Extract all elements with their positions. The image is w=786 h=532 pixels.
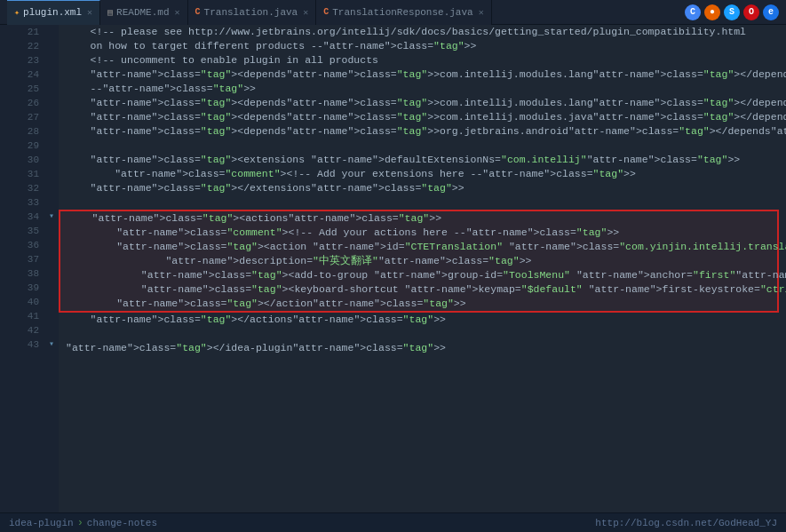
code-line-40: "attr-name">class="tag"></action"attr-na… bbox=[60, 297, 777, 311]
line-number-29: 29 bbox=[12, 139, 39, 153]
code-line-35: "attr-name">class="comment"><!-- Add you… bbox=[60, 226, 777, 240]
fold-marker-35 bbox=[44, 224, 59, 238]
tab-label-plugin-xml: plugin.xml bbox=[23, 7, 82, 18]
line-number-42: 42 bbox=[12, 323, 39, 337]
line-number-35: 35 bbox=[12, 224, 39, 238]
line-number-43: 43 bbox=[12, 337, 39, 352]
line-number-30: 30 bbox=[12, 153, 39, 167]
fold-marker-31 bbox=[44, 167, 59, 181]
line-number-21: 21 bbox=[12, 25, 39, 39]
tab-bar: ✦ plugin.xml ✕ ▤ README.md ✕ C Translati… bbox=[0, 0, 786, 25]
tab-close-plugin-xml[interactable]: ✕ bbox=[87, 7, 92, 18]
tab-translation-java[interactable]: C Translation.java ✕ bbox=[188, 0, 317, 25]
fold-marker-42 bbox=[44, 323, 59, 337]
fold-marker-28 bbox=[44, 124, 59, 139]
java-icon-translation-response: C bbox=[323, 7, 329, 17]
line-number-22: 22 bbox=[12, 39, 39, 53]
left-gutter bbox=[0, 25, 12, 512]
tab-label-translation-java: Translation.java bbox=[204, 7, 298, 18]
fold-marker-24 bbox=[44, 67, 59, 82]
line-number-25: 25 bbox=[12, 82, 39, 96]
code-line-32: "attr-name">class="tag"></extensions"att… bbox=[59, 181, 786, 195]
line-number-24: 24 bbox=[12, 67, 39, 82]
code-line-21: <!-- please see http://www.jetbrains.org… bbox=[59, 25, 786, 39]
fold-marker-27 bbox=[44, 110, 59, 124]
line-number-23: 23 bbox=[12, 53, 39, 67]
safari-icon[interactable]: S bbox=[724, 4, 740, 20]
line-number-34: 34 bbox=[12, 210, 39, 224]
tab-close-readme[interactable]: ✕ bbox=[175, 7, 180, 18]
code-line-24: "attr-name">class="tag"><depends"attr-na… bbox=[59, 67, 786, 82]
fold-marker-40 bbox=[44, 295, 59, 309]
code-line-27: "attr-name">class="tag"><depends"attr-na… bbox=[59, 110, 786, 124]
tab-label-translation-response-java: TranslationResponse.java bbox=[332, 7, 472, 18]
tab-plugin-xml[interactable]: ✦ plugin.xml ✕ bbox=[7, 0, 100, 25]
fold-marker-43[interactable]: ▾ bbox=[44, 337, 59, 352]
code-line-38: "attr-name">class="tag"><add-to-group "a… bbox=[60, 268, 777, 282]
line-number-28: 28 bbox=[12, 124, 39, 139]
status-path: change-notes bbox=[87, 518, 157, 528]
code-line-33 bbox=[59, 195, 786, 210]
status-url: http://blog.csdn.net/GodHead_YJ bbox=[595, 518, 777, 528]
line-number-39: 39 bbox=[12, 281, 39, 295]
code-line-31: "attr-name">class="comment"><!-- Add you… bbox=[59, 167, 786, 181]
fold-marker-33 bbox=[44, 195, 59, 210]
line-numbers: 2122232425262728293031323334353637383940… bbox=[12, 25, 44, 512]
fold-marker-26 bbox=[44, 96, 59, 110]
xml-icon: ✦ bbox=[14, 7, 20, 18]
code-line-41: "attr-name">class="tag"></actions"attr-n… bbox=[59, 313, 786, 327]
code-line-43: "attr-name">class="tag"></idea-plugin"at… bbox=[59, 341, 786, 355]
code-line-23: <!-- uncomment to enable plugin in all p… bbox=[59, 53, 786, 67]
line-number-40: 40 bbox=[12, 295, 39, 309]
line-number-27: 27 bbox=[12, 110, 39, 124]
highlighted-block: "attr-name">class="tag"><actions"attr-na… bbox=[59, 210, 779, 313]
line-number-37: 37 bbox=[12, 252, 39, 266]
tab-readme[interactable]: ▤ README.md ✕ bbox=[100, 0, 187, 25]
code-line-28: "attr-name">class="tag"><depends"attr-na… bbox=[59, 124, 786, 139]
status-arrow: › bbox=[77, 517, 83, 529]
tab-close-translation-java[interactable]: ✕ bbox=[303, 7, 308, 18]
java-icon-translation: C bbox=[195, 7, 201, 17]
line-number-32: 32 bbox=[12, 181, 39, 195]
browser-icons-bar: C ● S O e bbox=[685, 4, 786, 20]
fold-marker-29 bbox=[44, 139, 59, 153]
status-bar: idea-plugin › change-notes http://blog.c… bbox=[0, 512, 786, 532]
fold-marker-41 bbox=[44, 309, 59, 323]
md-icon: ▤ bbox=[107, 7, 113, 18]
line-number-31: 31 bbox=[12, 167, 39, 181]
fold-marker-23 bbox=[44, 53, 59, 67]
code-line-42 bbox=[59, 327, 786, 341]
tab-close-translation-response-java[interactable]: ✕ bbox=[479, 7, 484, 18]
code-line-34: "attr-name">class="tag"><actions"attr-na… bbox=[60, 211, 777, 226]
fold-marker-25 bbox=[44, 82, 59, 96]
code-area: <!-- please see http://www.jetbrains.org… bbox=[59, 25, 786, 512]
line-number-36: 36 bbox=[12, 238, 39, 252]
fold-marker-22 bbox=[44, 39, 59, 53]
line-number-41: 41 bbox=[12, 309, 39, 323]
code-line-29 bbox=[59, 139, 786, 153]
tab-translation-response-java[interactable]: C TranslationResponse.java ✕ bbox=[316, 0, 491, 25]
opera-icon[interactable]: O bbox=[743, 4, 759, 20]
firefox-icon[interactable]: ● bbox=[704, 4, 720, 20]
fold-marker-38 bbox=[44, 266, 59, 281]
editor-container: 2122232425262728293031323334353637383940… bbox=[0, 25, 786, 512]
chrome-icon[interactable]: C bbox=[685, 4, 701, 20]
code-line-22: on how to target different products --"a… bbox=[59, 39, 786, 53]
tab-label-readme: README.md bbox=[116, 7, 169, 18]
fold-marker-32 bbox=[44, 181, 59, 195]
code-line-25: --"attr-name">class="tag">> bbox=[59, 82, 786, 96]
fold-marker-21 bbox=[44, 25, 59, 39]
line-number-26: 26 bbox=[12, 96, 39, 110]
ie-icon[interactable]: e bbox=[763, 4, 779, 20]
status-left: idea-plugin › change-notes bbox=[9, 517, 157, 529]
fold-marker-34[interactable]: ▾ bbox=[44, 210, 59, 224]
code-line-36: "attr-name">class="tag"><action "attr-na… bbox=[60, 240, 777, 254]
code-line-37: "attr-name">description="中英文翻译""attr-nam… bbox=[60, 254, 777, 268]
status-project: idea-plugin bbox=[9, 518, 74, 528]
fold-marker-39 bbox=[44, 281, 59, 295]
fold-marker-36 bbox=[44, 238, 59, 252]
fold-marker-37 bbox=[44, 252, 59, 266]
code-line-39: "attr-name">class="tag"><keyboard-shortc… bbox=[60, 282, 777, 297]
line-number-33: 33 bbox=[12, 195, 39, 210]
fold-area: ▾▾ bbox=[44, 25, 59, 512]
